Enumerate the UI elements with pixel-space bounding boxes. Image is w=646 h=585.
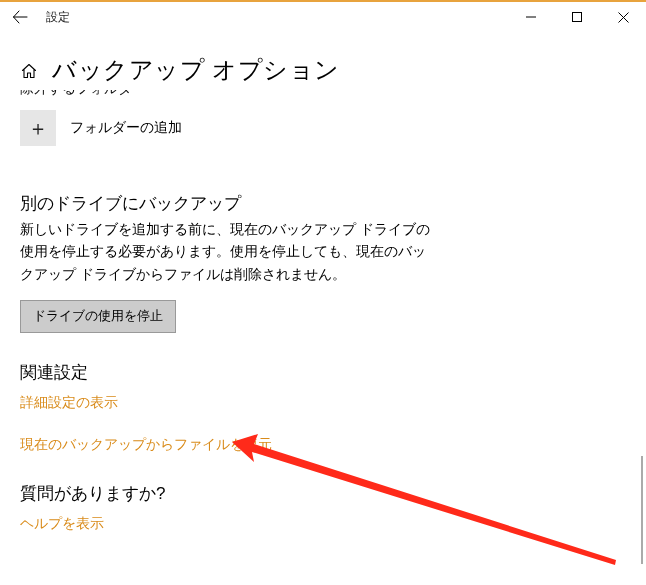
section-related-title: 関連設定 xyxy=(20,361,626,384)
scrollbar-thumb[interactable] xyxy=(641,456,643,564)
home-icon[interactable] xyxy=(20,62,38,80)
add-folder-row: ＋ フォルダーの追加 xyxy=(20,110,626,146)
page-header: バックアップ オプション xyxy=(0,54,646,86)
link-restore-files[interactable]: 現在のバックアップからファイルを復元 xyxy=(20,436,272,454)
back-arrow-icon xyxy=(12,9,28,25)
window-controls xyxy=(508,2,646,32)
window-title: 設定 xyxy=(46,9,70,26)
section-other-drive-body: 新しいドライブを追加する前に、現在のバックアップ ドライブの使用を停止する必要が… xyxy=(20,219,430,286)
back-button[interactable] xyxy=(0,2,40,32)
section-question-title: 質問がありますか? xyxy=(20,482,626,505)
close-button[interactable] xyxy=(600,2,646,32)
cutoff-section-title: 除外するフォルダー xyxy=(20,90,626,100)
maximize-button[interactable] xyxy=(554,2,600,32)
minimize-icon xyxy=(526,12,536,22)
close-icon xyxy=(618,12,629,23)
titlebar: 設定 xyxy=(0,2,646,32)
link-help[interactable]: ヘルプを表示 xyxy=(20,515,104,533)
link-advanced-settings[interactable]: 詳細設定の表示 xyxy=(20,394,118,412)
svg-rect-1 xyxy=(573,13,582,22)
maximize-icon xyxy=(572,12,582,22)
settings-window: 設定 xyxy=(0,0,646,585)
content-area: 除外するフォルダー ＋ フォルダーの追加 別のドライブにバックアップ 新しいドラ… xyxy=(0,90,646,533)
page-title: バックアップ オプション xyxy=(52,54,340,86)
plus-icon: ＋ xyxy=(28,115,48,142)
section-other-drive-title: 別のドライブにバックアップ xyxy=(20,192,626,215)
stop-drive-button[interactable]: ドライブの使用を停止 xyxy=(20,300,176,333)
add-folder-button[interactable]: ＋ xyxy=(20,110,56,146)
add-folder-label: フォルダーの追加 xyxy=(70,119,182,137)
minimize-button[interactable] xyxy=(508,2,554,32)
